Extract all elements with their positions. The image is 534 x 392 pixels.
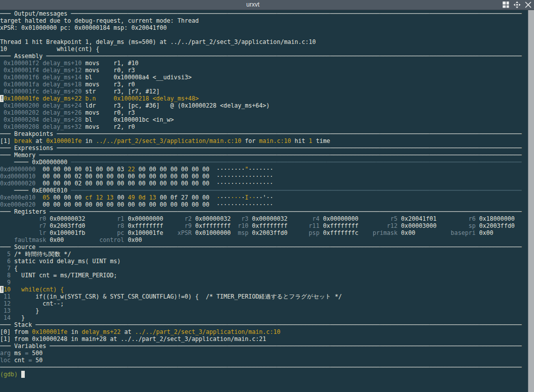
terminal-segment: r11 (288, 222, 320, 229)
terminal-segment: r5 (359, 215, 397, 222)
terminal-segment: r10 (231, 222, 248, 229)
terminal-segment: 0xd0000010 (0, 173, 35, 180)
current-line-marker: ! (0, 286, 4, 293)
terminal-segment: ──── 0xE000E010 (0, 187, 71, 194)
terminal-row: [0] from 0x100001fe in delay_ms+22 at ..… (0, 328, 528, 335)
terminal-row (0, 378, 528, 385)
terminal-segment: movs r3, r0 (81, 81, 135, 88)
terminal-segment: 0xffffffff (192, 222, 231, 229)
terminal-segment: 0x10000200 delay_ms+24 (0, 102, 81, 109)
terminal-segment: 0x2003ffd0 (248, 229, 287, 236)
terminal-segment: 22 (128, 166, 135, 173)
terminal-segment: 0x100001fe (46, 137, 81, 144)
terminal-segment: 0x100001fe (32, 328, 67, 335)
terminal-segment: ─── Memory ─────────────────────────────… (0, 152, 522, 159)
grid-icon[interactable] (502, 1, 510, 9)
terminal-segment: str r3, [r7, #12] (81, 88, 159, 95)
terminal-segment: ldr r3, [pc, #36] @ (0x10000228 <delay_m… (81, 102, 270, 109)
section-divider: ─── Registers ──────────────────────────… (0, 208, 528, 215)
terminal-segment: 0x100001fc delay_ms+20 (0, 88, 81, 95)
terminal-segment: 11 (0, 293, 11, 300)
terminal-row: 0x100001f6 delay_ms+14 bl 0x100008a4 <__… (0, 74, 528, 81)
terminal-segment: { (11, 265, 18, 272)
terminal-segment: ms (11, 350, 25, 357)
terminal-segment: 00 00 00 00 00 00 00 00 00 00 00 00 00 0… (35, 201, 273, 208)
terminal-segment: break (14, 137, 32, 144)
terminal-segment: 0x10000204 delay_ms+28 (0, 116, 81, 123)
terminal-segment: ────────────────────────────────────────… (71, 187, 521, 194)
terminal-row: 9 (0, 279, 528, 286)
terminal-segment: 6 (0, 258, 11, 265)
terminal-row: 0x10000202 delay_ms+26 movs r0, r3 (0, 109, 528, 116)
terminal-row: 0x100001f4 delay_ms+12 movs r0, r3 (0, 67, 528, 74)
terminal-segment: 0x18000000 (475, 215, 514, 222)
terminal-segment: ─── Expressions ────────────────────────… (0, 144, 522, 152)
terminal-segment: 9 (0, 279, 11, 286)
current-line-marker: ! (0, 95, 4, 102)
section-divider: ─── Variables ──────────────────────────… (0, 342, 528, 350)
terminal-segment: 0x100001fe (124, 229, 163, 236)
terminal-segment: ─── Assembly ───────────────────────────… (0, 53, 522, 60)
terminal-row: 0x100001fa delay_ms+18 movs r3, r0 (0, 81, 528, 88)
terminal-segment: 7 (0, 265, 11, 272)
terminal-segment: msp (231, 229, 248, 236)
terminal-segment: ─── Source ─────────────────────────────… (0, 243, 522, 251)
terminal-screen[interactable]: ─── Output/messages ────────────────────… (0, 10, 528, 392)
terminal-segment: 0x100001f6 delay_ms+14 (0, 74, 81, 81)
section-divider: ──── 0xE000E010 ────────────────────────… (0, 187, 528, 194)
terminal-segment: 0x2003ffd0 (475, 222, 514, 229)
terminal-segment: target halted due to debug-request, curr… (0, 17, 199, 24)
terminal-segment: r4 (288, 215, 320, 222)
terminal-segment (35, 194, 42, 201)
terminal-segment: basepri (415, 229, 475, 236)
terminal-segment: 0x00000032 (46, 215, 85, 222)
terminal-segment: 00 0f 27 00 00 (156, 194, 216, 201)
terminal-segment: cnt (11, 357, 28, 364)
window-title: urxvt (0, 1, 506, 8)
section-divider: ─── Breakpoints ────────────────────────… (0, 130, 528, 137)
terminal-segment: r12 (359, 222, 397, 229)
terminal-row: 10 while(cnt) { (0, 45, 528, 53)
terminal-segment: 13 (0, 307, 11, 314)
terminal-segment: 0x2003ffd0 (46, 222, 85, 229)
terminal-segment: r3 (231, 215, 248, 222)
terminal-row: faultmask 0x00 control 0x00 (0, 236, 528, 243)
terminal-segment: r6 (436, 215, 475, 222)
terminal-segment: ─── Breakpoints ────────────────────────… (0, 130, 522, 137)
terminal-row: 6 static void delay_ms( UINT ms) (0, 258, 528, 265)
close-icon[interactable] (524, 1, 532, 9)
section-divider: ─── Output/messages ────────────────────… (0, 10, 528, 17)
terminal-segment: r2 (163, 215, 192, 222)
terminal-segment: 0x00000000 (124, 215, 163, 222)
terminal-row: 14 } (0, 314, 528, 321)
terminal-segment: psp (288, 229, 320, 236)
terminal-segment: 0xd0000000 (0, 166, 35, 173)
terminal-segment: 8 (0, 272, 11, 279)
terminal-segment: 0x00 (124, 236, 142, 243)
terminal-row: target halted due to debug-request, curr… (0, 17, 528, 24)
terminal-segment: 00 00 00 02 00 00 00 00 00 00 00 00 00 0… (35, 180, 273, 187)
move-icon[interactable] (513, 1, 521, 9)
terminal-row: 7 { (0, 265, 528, 272)
terminal-row: [1] from 0x10000248 in main+28 at ../../… (0, 335, 528, 342)
terminal-segment: if((in_w(SYST_CSR) & SYST_CSR_COUNTFLAG)… (11, 293, 342, 300)
terminal-segment: movs r0, r3 (81, 67, 135, 74)
terminal-row: 12 cnt--; (0, 300, 528, 307)
terminal-segment: cf 12 13 (85, 194, 113, 201)
terminal-scrollbar[interactable] (528, 10, 534, 392)
terminal-segment: ··· (231, 194, 241, 201)
terminal-row: arg ms = 500 (0, 350, 528, 357)
terminal-segment: arg (0, 350, 11, 357)
titlebar-buttons (502, 1, 532, 9)
terminal-segment: 0xffffffff (124, 222, 163, 229)
terminal-segment: 0x100001f2 delay_ms+10 (0, 60, 81, 67)
terminal-row: 13 } (0, 307, 528, 314)
terminal-segment: 49 0d 13 (128, 194, 156, 201)
terminal-row: 11 if((in_w(SYST_CSR) & SYST_CSR_COUNTFL… (0, 293, 528, 300)
terminal-segment: time (313, 137, 330, 144)
terminal-segment: [1] from 0x10000248 in main+28 at ../../… (0, 335, 266, 342)
terminal-segment: /* 時間待ち関数 */ (11, 251, 71, 258)
terminal-segment: 0x20041f01 (397, 215, 436, 222)
terminal-row: !0x100001fe delay_ms+22 b.n 0x10000218 <… (0, 95, 528, 102)
terminal-segment: 10 while(cnt) { (4, 286, 64, 293)
